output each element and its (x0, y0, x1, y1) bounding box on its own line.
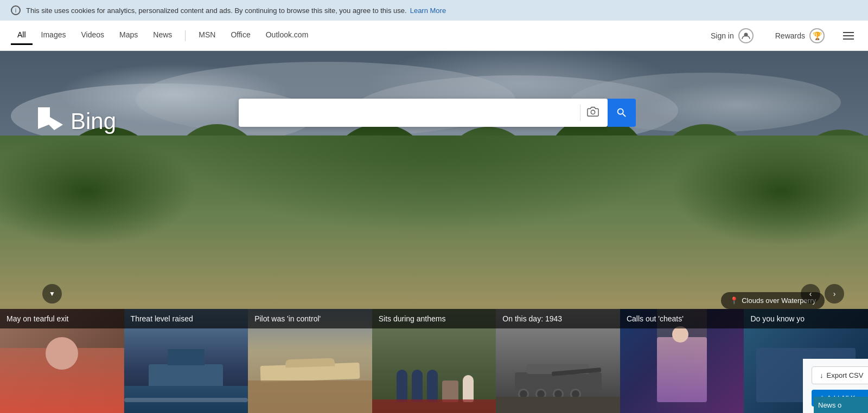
news-card-3-title: Pilot was 'in control' (248, 309, 372, 328)
nav-msn[interactable]: MSN (192, 26, 222, 45)
news-card-3[interactable]: Pilot was 'in control' (248, 309, 372, 413)
cookie-banner: i This site uses cookies for analytics, … (0, 0, 868, 21)
nav-videos[interactable]: Videos (74, 26, 111, 45)
search-input[interactable] (245, 107, 576, 119)
sign-in-label: Sign in (711, 31, 734, 40)
sign-in-button[interactable]: Sign in (704, 25, 760, 47)
news-card-6[interactable]: Calls out 'cheats' (620, 309, 744, 413)
news-card-1-title: May on tearful exit (0, 309, 124, 328)
next-image-button[interactable]: › (825, 284, 844, 304)
export-csv-button[interactable]: ↓ Export CSV (812, 366, 868, 384)
learn-more-link[interactable]: Learn More (410, 7, 446, 15)
scroll-down-button[interactable]: ▼ (42, 284, 62, 304)
nav-all[interactable]: All (11, 26, 33, 45)
search-divider (580, 105, 580, 121)
news-strip-label: News o (818, 401, 841, 409)
export-csv-label: Export CSV (827, 371, 864, 379)
news-card-4-title: Sits during anthems (372, 309, 496, 328)
cookie-text: This site uses cookies for analytics, pe… (26, 7, 407, 15)
nav-outlook[interactable]: Outlook.com (259, 26, 315, 45)
search-box (239, 99, 608, 127)
search-button[interactable] (608, 99, 636, 127)
news-card-2-title: Threat level raised (124, 309, 248, 328)
prev-image-button[interactable]: ‹ (801, 284, 820, 304)
news-card-6-title: Calls out 'cheats' (620, 309, 744, 328)
news-card-7-title: Do you know yo (744, 309, 868, 328)
news-strip: May on tearful exit Threat level raised … (0, 309, 868, 413)
search-container (0, 51, 868, 127)
rewards-trophy-icon: 🏆 (809, 28, 825, 43)
news-bottom-strip: News o (814, 397, 868, 413)
nav-images[interactable]: Images (35, 26, 73, 45)
location-pin-icon: 📍 (730, 296, 738, 305)
news-card-5[interactable]: On this day: 1943 (496, 309, 620, 413)
nav-right: Sign in Rewards 🏆 (704, 25, 857, 47)
hamburger-menu-icon[interactable] (840, 29, 857, 43)
news-card-1[interactable]: May on tearful exit (0, 309, 124, 413)
chevron-right-icon: › (833, 289, 836, 298)
rewards-label: Rewards (775, 31, 805, 40)
nav-news[interactable]: News (146, 26, 178, 45)
news-card-2[interactable]: Threat level raised (124, 309, 248, 413)
news-card-5-title: On this day: 1943 (496, 309, 620, 328)
user-circle-icon (738, 28, 754, 43)
nav-office[interactable]: Office (224, 26, 257, 45)
export-icon: ↓ (820, 371, 824, 379)
chevron-left-icon: ‹ (809, 289, 812, 298)
nav-bar: All Images Videos Maps News MSN Office O… (0, 21, 868, 51)
camera-search-icon[interactable] (585, 104, 601, 122)
nav-separator (185, 30, 186, 41)
news-card-4[interactable]: Sits during anthems (372, 309, 496, 413)
svg-point-56 (591, 110, 595, 114)
nav-maps[interactable]: Maps (113, 26, 144, 45)
rewards-button[interactable]: Rewards 🏆 (769, 25, 831, 47)
nav-links: All Images Videos Maps News MSN Office O… (11, 26, 315, 45)
chevron-down-icon: ▼ (49, 290, 55, 298)
info-icon: i (11, 5, 21, 15)
